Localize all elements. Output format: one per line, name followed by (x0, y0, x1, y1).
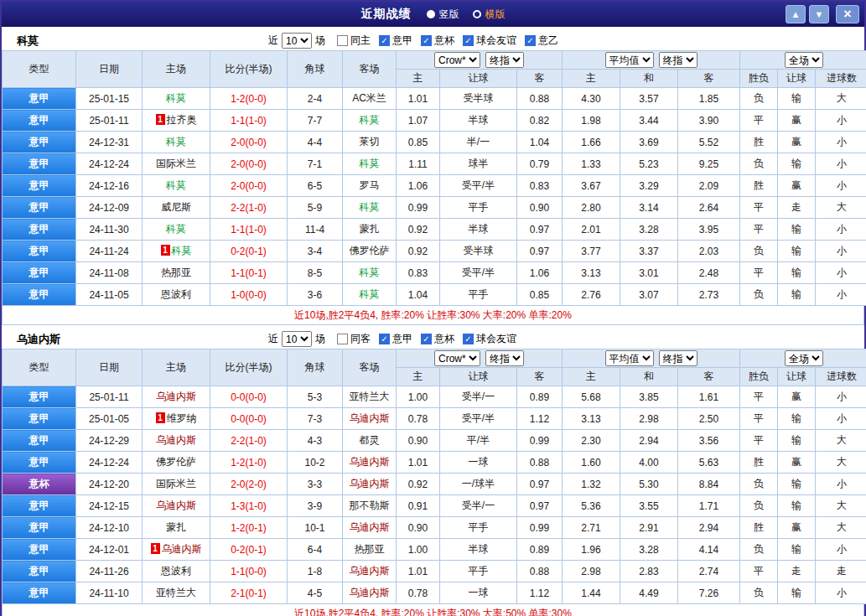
view-option-vertical[interactable]: 竖版 (427, 8, 459, 22)
avg-final-index-select[interactable]: 终指 (659, 350, 697, 366)
home-team-cell[interactable]: 恩波利 (143, 561, 210, 582)
filter-option[interactable]: ✓意乙 (525, 34, 558, 48)
filter-option[interactable]: ✓意甲 (379, 34, 412, 48)
away-team-cell[interactable]: 那不勒斯 (343, 495, 397, 517)
away-team-cell[interactable]: 都灵 (343, 430, 397, 452)
away-team-link[interactable]: 罗马 (360, 179, 380, 191)
home-team-cell[interactable]: 恩波利 (143, 284, 210, 306)
away-team-link[interactable]: 乌迪内斯 (350, 456, 390, 468)
away-team-link[interactable]: 乌迪内斯 (350, 478, 390, 489)
avg-final-index-select[interactable]: 终指 (659, 52, 697, 68)
away-team-cell[interactable]: 科莫 (343, 110, 397, 132)
away-team-cell[interactable]: 亚特兰大 (343, 386, 397, 408)
home-team-cell[interactable]: 科莫 (143, 88, 210, 110)
checkbox-icon[interactable]: ✓ (421, 334, 432, 344)
away-team-link[interactable]: 科莫 (360, 201, 380, 213)
away-team-cell[interactable]: 蒙扎 (343, 219, 397, 241)
away-team-cell[interactable]: 热那亚 (343, 539, 397, 561)
away-team-cell[interactable]: AC米兰 (343, 88, 397, 110)
home-team-cell[interactable]: 热那亚 (143, 262, 210, 284)
home-team-link[interactable]: 科莫 (166, 92, 186, 104)
away-team-cell[interactable]: 科莫 (343, 262, 397, 284)
scroll-up-button[interactable]: ▲ (786, 5, 806, 23)
checkbox-icon[interactable] (337, 334, 348, 344)
away-team-cell[interactable]: 乌迪内斯 (343, 582, 397, 604)
home-team-link[interactable]: 科莫 (166, 136, 186, 148)
bookmaker-select[interactable]: Crow* (434, 52, 480, 68)
checkbox-icon[interactable]: ✓ (379, 334, 390, 344)
home-team-link[interactable]: 科莫 (166, 223, 186, 235)
home-team-cell[interactable]: 佛罗伦萨 (143, 452, 210, 474)
away-team-link[interactable]: 佛罗伦萨 (350, 245, 390, 256)
average-select[interactable]: 平均值 (605, 350, 654, 366)
final-index-select[interactable]: 终指 (485, 350, 524, 366)
home-team-cell[interactable]: 1科莫 (143, 241, 210, 262)
away-team-link[interactable]: 科莫 (360, 267, 380, 278)
away-team-link[interactable]: 科莫 (360, 158, 380, 169)
checkbox-icon[interactable]: ✓ (421, 35, 432, 46)
home-team-cell[interactable]: 科莫 (143, 219, 210, 241)
away-team-link[interactable]: 都灵 (360, 434, 380, 446)
home-team-link[interactable]: 恩波利 (161, 288, 191, 300)
scope-select[interactable]: 全场 (785, 350, 823, 366)
home-team-link[interactable]: 恩波利 (161, 565, 191, 577)
away-team-link[interactable]: 莱切 (360, 136, 380, 148)
checkbox-icon[interactable]: ✓ (463, 35, 474, 46)
away-team-cell[interactable]: 科莫 (343, 284, 397, 306)
checkbox-icon[interactable]: ✓ (463, 334, 474, 344)
home-team-cell[interactable]: 科莫 (143, 132, 210, 153)
home-team-cell[interactable]: 乌迪内斯 (143, 386, 210, 408)
checkbox-icon[interactable]: ✓ (525, 35, 536, 46)
away-team-link[interactable]: 乌迪内斯 (350, 412, 390, 424)
home-team-cell[interactable]: 国际米兰 (143, 474, 210, 495)
home-team-cell[interactable]: 威尼斯 (143, 197, 210, 219)
away-team-link[interactable]: 乌迪内斯 (350, 565, 390, 577)
away-team-cell[interactable]: 佛罗伦萨 (343, 241, 397, 262)
checkbox-icon[interactable]: ✓ (379, 35, 390, 46)
away-team-link[interactable]: 乌迪内斯 (350, 587, 390, 598)
away-team-link[interactable]: 科莫 (360, 288, 380, 300)
home-team-cell[interactable]: 科莫 (143, 175, 210, 197)
close-button[interactable]: × (836, 5, 859, 23)
away-team-link[interactable]: 热那亚 (355, 543, 385, 555)
scroll-down-button[interactable]: ▼ (809, 5, 829, 23)
home-team-link[interactable]: 科莫 (166, 179, 186, 191)
home-team-link[interactable]: 乌迪内斯 (156, 391, 196, 402)
home-team-link[interactable]: 国际米兰 (156, 158, 196, 169)
away-team-link[interactable]: 亚特兰大 (350, 391, 390, 402)
filter-option[interactable]: ✓意杯 (421, 34, 454, 48)
home-team-cell[interactable]: 蒙扎 (143, 517, 210, 539)
home-team-link[interactable]: 威尼斯 (161, 201, 191, 213)
filter-option[interactable]: 同主 (337, 34, 371, 48)
average-select[interactable]: 平均值 (605, 52, 654, 68)
checkbox-icon[interactable] (337, 35, 348, 46)
away-team-cell[interactable]: 乌迪内斯 (343, 474, 397, 495)
home-team-cell[interactable]: 乌迪内斯 (143, 430, 210, 452)
away-team-cell[interactable]: 罗马 (343, 175, 397, 197)
scope-select[interactable]: 全场 (785, 52, 823, 68)
home-team-link[interactable]: 亚特兰大 (156, 587, 196, 598)
match-count-select[interactable]: 10 (282, 33, 312, 49)
away-team-cell[interactable]: 科莫 (343, 197, 397, 219)
filter-option[interactable]: ✓意杯 (421, 332, 454, 346)
home-team-cell[interactable]: 1维罗纳 (143, 408, 210, 430)
match-count-select[interactable]: 10 (282, 331, 312, 347)
home-team-cell[interactable]: 1乌迪内斯 (143, 539, 210, 561)
filter-option[interactable]: ✓意甲 (379, 332, 412, 346)
home-team-cell[interactable]: 1拉齐奥 (143, 110, 210, 132)
filter-option[interactable]: 同客 (337, 332, 371, 346)
home-team-cell[interactable]: 亚特兰大 (143, 582, 210, 604)
away-team-link[interactable]: 乌迪内斯 (350, 521, 390, 533)
filter-option[interactable]: ✓球会友谊 (463, 34, 516, 48)
away-team-cell[interactable]: 乌迪内斯 (343, 561, 397, 582)
home-team-link[interactable]: 拉齐奥 (167, 114, 197, 126)
home-team-link[interactable]: 乌迪内斯 (156, 500, 196, 511)
away-team-cell[interactable]: 科莫 (343, 153, 397, 175)
home-team-link[interactable]: 蒙扎 (166, 521, 186, 533)
filter-option[interactable]: ✓球会友谊 (463, 332, 516, 346)
home-team-link[interactable]: 国际米兰 (156, 478, 196, 489)
home-team-link[interactable]: 科莫 (172, 245, 192, 256)
home-team-cell[interactable]: 乌迪内斯 (143, 495, 210, 517)
final-index-select[interactable]: 终指 (485, 52, 524, 68)
home-team-link[interactable]: 佛罗伦萨 (156, 456, 196, 468)
